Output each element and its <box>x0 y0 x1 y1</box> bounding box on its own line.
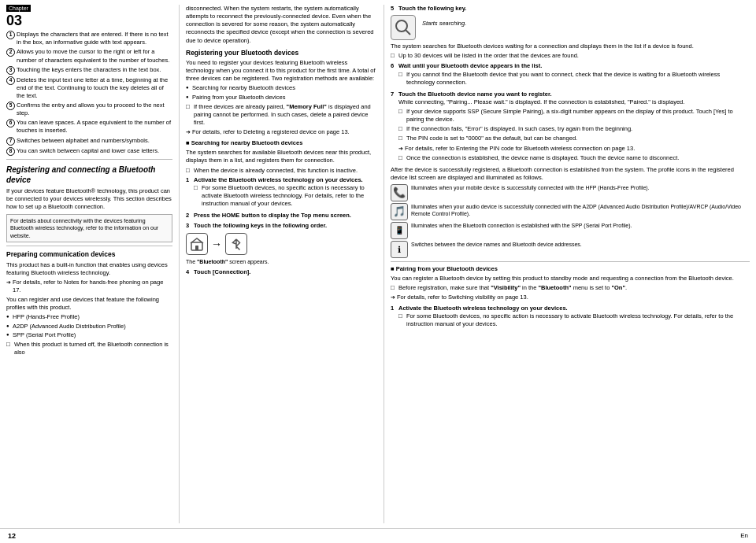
a2dp-text: Illuminates when your audio device is su… <box>411 203 750 217</box>
list-item: 6 You can leave spaces. A space equivale… <box>6 119 172 135</box>
search-intro: The system searches for available Blueto… <box>186 149 377 164</box>
step-3: 3 Touch the following keys in the follow… <box>186 222 377 230</box>
item-num-3: 3 <box>6 66 15 75</box>
step-7-content: Touch the Bluetooth device name you want… <box>398 90 750 164</box>
pairing-note-1: Before registration, make sure that "Vis… <box>391 284 750 292</box>
up-to-30-note: Up to 30 devices will be listed in the o… <box>391 52 750 60</box>
item-text-1: Displays the characters that are entered… <box>17 31 172 46</box>
subsection-title: Preparing communication devices <box>6 250 172 259</box>
step-7-note-5: Once the connection is established, the … <box>398 154 750 162</box>
content-area: Chapter 03 1 Displays the characters tha… <box>0 0 756 528</box>
profile-icon-hfp: 📞 Illuminates when your mobile device is… <box>391 184 750 201</box>
pairing-step-1-content: Activate the Bluetooth wireless technolo… <box>398 305 750 330</box>
key-sequence-label: The "Bluetooth" screen appears. <box>186 258 377 265</box>
info-icon: ℹ <box>391 241 408 258</box>
item-text-5: Confirms the entry and allows you to pro… <box>17 102 172 117</box>
item-num-4: 4 <box>6 76 15 85</box>
step-4-content: Touch [Connection]. <box>194 268 250 276</box>
step-num-7: 7 <box>391 90 398 98</box>
step-4-title: Touch [Connection]. <box>194 268 250 275</box>
register-note: If three devices are already paired, "Me… <box>186 103 377 127</box>
step-5-title: Touch the following key. <box>398 5 466 12</box>
step-num-6: 6 <box>391 62 398 70</box>
step-7: 7 Touch the Bluetooth device name you wa… <box>391 90 750 164</box>
hfp-icon: 📞 <box>391 184 408 201</box>
hfp-text: Illuminates when your mobile device is s… <box>411 184 650 191</box>
profile-item: SPP (Serial Port Profile) <box>6 331 172 339</box>
left-column: Chapter 03 1 Displays the characters tha… <box>6 5 180 523</box>
numbered-list: 1 Displays the characters that are enter… <box>6 31 172 155</box>
chapter-header: Chapter 03 <box>6 5 172 28</box>
a2dp-icon: 🎵 <box>391 203 408 220</box>
divider <box>6 246 172 246</box>
spp-icon: 📱 <box>391 222 408 239</box>
item-text-6: You can leave spaces. A space equivalent… <box>17 119 172 135</box>
item-text-2: Allows you to move the cursor to the rig… <box>17 48 172 64</box>
pairing-step-1-title: Activate the Bluetooth wireless technolo… <box>398 305 568 312</box>
step-1-content: Activate the Bluetooth wireless technolo… <box>194 176 377 210</box>
list-item: 5 Confirms the entry and allows you to p… <box>6 102 172 117</box>
step-7-text: While connecting, "Pairing... Please wai… <box>398 98 750 106</box>
search-note: When the device is already connected, th… <box>186 167 377 175</box>
step-7-arrow-note: For details, refer to Entering the PIN c… <box>398 145 750 153</box>
step-3-title: Touch the following keys in the followin… <box>194 222 327 229</box>
profile-item: A2DP (Advanced Audio Distribution Profil… <box>6 323 172 331</box>
bluetooth-search-icon <box>391 15 416 40</box>
pairing-note-1-text: Before registration, make sure that "Vis… <box>398 284 627 291</box>
step-5-note: Starts searching. <box>422 20 466 28</box>
profile-icon-a2dp: 🎵 Illuminates when your audio device is … <box>391 203 750 220</box>
spp-text: Illuminates when the Bluetooth connectio… <box>411 222 632 229</box>
chapter-number: 03 <box>6 13 22 28</box>
key-sequence: → <box>186 233 377 255</box>
item-text-7: Switches between alphabet and numbers/sy… <box>17 137 172 145</box>
step-7-note-3: The PIN code is set to "0000" as the def… <box>398 135 750 142</box>
pairing-intro: You can register a Bluetooth device by s… <box>391 275 750 283</box>
step-4: 4 Touch [Connection]. <box>186 268 377 276</box>
item-num-5: 5 <box>6 102 15 110</box>
subsection-intro: This product has a built-in function tha… <box>6 261 172 277</box>
list-item: 7 Switches between alphabet and numbers/… <box>6 137 172 146</box>
item-num-2: 2 <box>6 48 15 57</box>
step-2: 2 Press the HOME button to display the T… <box>186 212 377 220</box>
step-2-content: Press the HOME button to display the Top… <box>194 212 351 220</box>
step-6: 6 Wait until your Bluetooth device appea… <box>391 62 750 87</box>
page-number: 12 <box>8 531 16 541</box>
item-num-8: 8 <box>6 147 15 156</box>
list-item: 2 Allows you to move the cursor to the r… <box>6 48 172 64</box>
step-num-5: 5 <box>391 5 398 13</box>
search-system-text: The system searches for Bluetooth device… <box>391 42 750 50</box>
pairing-step-1-note: For some Bluetooth devices, no specific … <box>398 312 750 328</box>
last-note: When this product is turned off, the Blu… <box>6 341 172 356</box>
svg-point-2 <box>396 20 407 31</box>
disconnected-text: disconnected. When the system restarts, … <box>186 5 377 45</box>
section-intro: If your devices feature Bluetooth® techn… <box>6 187 172 211</box>
register-note-text: If three devices are already paired, "Me… <box>194 103 371 126</box>
bluetooth-key-icon <box>225 233 247 255</box>
step-num-3: 3 <box>186 222 194 230</box>
item-text-8: You can switch between capital and lower… <box>17 147 172 155</box>
list-item: 8 You can switch between capital and low… <box>6 147 172 156</box>
item-num-6: 6 <box>6 119 15 127</box>
register-bullet: Searching for nearby Bluetooth devices <box>186 84 377 92</box>
list-item: 1 Displays the characters that are enter… <box>6 31 172 46</box>
step-7-note-2: If the connection fails, "Error" is disp… <box>398 125 750 133</box>
profile-icon-spp: 📱 Illuminates when the Bluetooth connect… <box>391 222 750 239</box>
pairing-title: ■ Pairing from your Bluetooth devices <box>391 265 750 273</box>
item-text-3: Touching the keys enters the characters … <box>17 66 172 74</box>
item-num-7: 7 <box>6 137 15 146</box>
after-registration-text: After the device is successfully registe… <box>391 166 750 182</box>
right-column: 5 Touch the following key. Starts search… <box>384 5 750 523</box>
page: Chapter 03 1 Displays the characters tha… <box>0 0 756 543</box>
step-1-note: For some Bluetooth devices, no specific … <box>194 184 377 208</box>
step-7-title: Touch the Bluetooth device name you want… <box>398 90 551 98</box>
step-7-note-1: If your device supports SSP (Secure Simp… <box>398 108 750 124</box>
list-item: 3 Touching the keys enters the character… <box>6 66 172 75</box>
svg-line-3 <box>406 30 410 35</box>
middle-column: disconnected. When the system restarts, … <box>180 5 384 523</box>
divider <box>6 159 172 160</box>
language-label: En <box>740 532 748 541</box>
step-2-title: Press the HOME button to display the Top… <box>194 212 351 219</box>
step-3-content: Touch the following keys in the followin… <box>194 222 327 230</box>
step-1-title: Activate the Bluetooth wireless technolo… <box>194 176 363 183</box>
register-bullets: Searching for nearby Bluetooth devices P… <box>186 84 377 101</box>
